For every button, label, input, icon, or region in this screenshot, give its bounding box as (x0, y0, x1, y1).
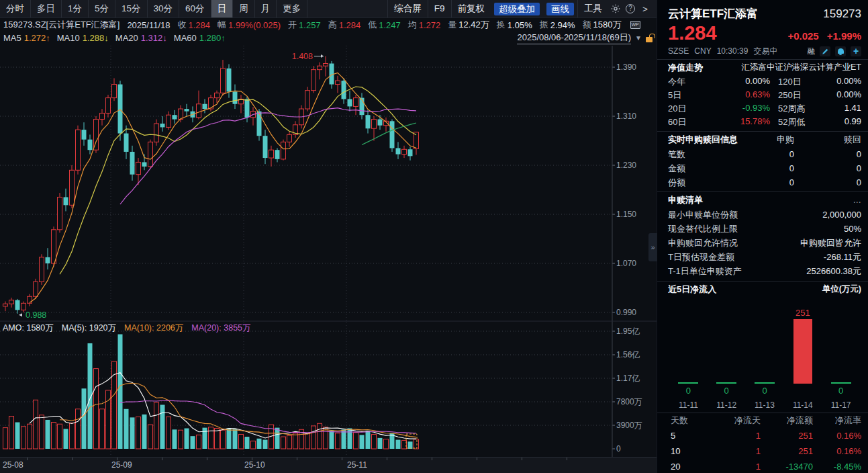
quote-field-value: 1.272 (419, 20, 441, 30)
flow-unit-label: 单位(万元) (822, 284, 861, 295)
menu-超级叠加[interactable]: 超级叠加 (494, 3, 540, 15)
tab-分时[interactable]: 分时 (0, 0, 31, 17)
nav-label: 20日 (668, 103, 686, 115)
flow-col-header: 净流率 (813, 415, 861, 427)
subscribe-col-header: 申购 (746, 134, 794, 146)
svg-text:1.310: 1.310 (616, 112, 636, 121)
quote-field-label: 均 (408, 19, 417, 31)
quote-field-振: 振2.94% (540, 19, 575, 31)
range-dropdown-icon[interactable]: ▼ (635, 34, 642, 42)
nav-pair: 120日0.00% (770, 76, 861, 88)
edit-icon[interactable] (820, 46, 830, 56)
realtime-row: 金额00 (668, 161, 861, 175)
nav-pair: 250日0.00% (770, 89, 861, 101)
help-icon[interactable]: ? (623, 4, 638, 13)
tab-30分[interactable]: 30分 (148, 0, 180, 17)
etf-code: 159273 (823, 7, 861, 21)
flow-cell: 10 (668, 446, 703, 456)
flow-table-header: 天数净流天净流额净流率 (668, 413, 861, 428)
panel-expander[interactable]: » (648, 233, 657, 261)
list-row: T日预估现金差额-268.11元 (668, 250, 861, 264)
ma-label: MA5 (3, 33, 21, 43)
flow-col-header: 天数 (668, 415, 703, 427)
quote-time: 10:30:39 (717, 46, 749, 56)
flow-cell: 1 (703, 431, 761, 441)
price-change: +0.025 (787, 30, 818, 42)
tab-60分[interactable]: 60分 (179, 0, 211, 17)
nav-label: 60日 (668, 116, 686, 128)
tab-日[interactable]: 日 (211, 0, 234, 17)
quote-field-label: 额 (583, 19, 591, 31)
nav-value: 0.00% (745, 76, 770, 88)
quote-field-value: 1.284 (339, 20, 361, 30)
more-icon[interactable]: … (853, 196, 862, 205)
list-row: 最小申赎单位份额2,000,000 (668, 208, 861, 222)
tab-更多[interactable]: 更多 (277, 0, 307, 17)
menu-综合屏[interactable]: 综合屏 (387, 0, 428, 17)
menu-画线[interactable]: 画线 (546, 3, 574, 15)
top-toolbar: 分时多日1分5分15分30分60分日周月更多 综合屏F9前复权超级叠加画线工具?… (0, 0, 657, 18)
add-watchlist-icon[interactable]: + (851, 46, 861, 56)
tab-5分[interactable]: 5分 (89, 0, 115, 17)
ma-value: 1.312↓ (141, 33, 167, 43)
wp-window-icon[interactable]: WP (630, 21, 640, 29)
quote-fields: 收1.284幅1.99%(0.025)开1.257高1.284低1.247均1.… (178, 19, 622, 31)
tab-多日[interactable]: 多日 (31, 0, 62, 17)
chevron-right-icon[interactable]: > (638, 4, 653, 14)
quote-field-label: 开 (288, 19, 297, 31)
ma-value: 1.288↓ (83, 33, 109, 43)
x-axis-tick (207, 458, 207, 460)
unlock-icon[interactable] (646, 37, 653, 42)
flow-cell: 1 (703, 446, 761, 456)
menu-工具[interactable]: 工具 (577, 0, 608, 17)
realtime-label: 金额 (668, 163, 746, 175)
x-axis[interactable]: 25-0825-0925-1025-11 (0, 457, 657, 473)
vol-ma5-label: MA(5): (62, 323, 87, 333)
nav-label: 250日 (778, 89, 802, 101)
quote-field-value: 2.94% (550, 20, 575, 30)
flow-cell: -13470 (761, 462, 813, 472)
candlestick-chart[interactable]: 1.3901.3101.2301.1501.0700.9901.95亿1.56亿… (0, 0, 657, 457)
nav-performance-row: 5日0.63%250日0.00% (668, 89, 861, 102)
nav-value: -0.93% (742, 103, 770, 115)
gear-icon[interactable] (608, 4, 623, 13)
ma-item-MA10: MA101.288↓ (57, 33, 109, 43)
quote-field-label: 收 (178, 19, 187, 31)
quote-field-value: 1580万 (593, 19, 622, 31)
flow-section-title: 近5日净流入 (668, 284, 716, 296)
quote-field-label: 振 (540, 19, 548, 31)
flow-cell: 0.16% (813, 446, 861, 456)
flow-zero-label: 0 (762, 384, 767, 398)
net-inflow-bar-chart[interactable]: 011-11011-12011-1325111-14011-17 (668, 297, 861, 413)
fund-full-name[interactable]: 汇添富中证沪港深云计算产业ET (742, 62, 861, 73)
x-axis-tick (27, 458, 28, 460)
realtime-row: 份额00 (668, 175, 861, 189)
svg-text:3900万: 3900万 (616, 421, 642, 430)
tab-1分[interactable]: 1分 (62, 0, 89, 17)
nav-performance-rows: 今年0.00%120日0.00%5日0.63%250日0.00%20日-0.93… (668, 75, 861, 129)
list-row: 现金替代比例上限50% (668, 222, 861, 236)
tab-周[interactable]: 周 (233, 0, 255, 17)
menu-F9[interactable]: F9 (428, 0, 451, 17)
svg-text:1.070: 1.070 (616, 259, 636, 268)
exchange-label: SZSE (668, 46, 689, 56)
amo-label: AMO: (3, 323, 24, 333)
nav-label: 5日 (668, 89, 681, 101)
list-value: -268.11元 (824, 251, 861, 263)
nav-pair: 52周高1.41 (770, 103, 861, 115)
list-label: 最小申赎单位份额 (668, 209, 738, 221)
list-label: 申购赎回允许情况 (668, 237, 738, 249)
flow-zero-label: 0 (686, 384, 691, 398)
date-range-selector[interactable]: 2025/08/06-2025/11/18(69日) (517, 32, 631, 44)
alert-bell-icon[interactable] (835, 46, 846, 56)
list-section-title: 申赎清单 (668, 194, 703, 206)
nav-pair: 20日-0.93% (668, 103, 770, 115)
flow-table-row: 512510.16% (668, 428, 861, 443)
period-tabs: 分时多日1分5分15分30分60分日周月更多 (0, 0, 307, 17)
menu-前复权[interactable]: 前复权 (451, 0, 491, 17)
tab-15分[interactable]: 15分 (115, 0, 148, 17)
flow-col-header: 净流额 (761, 415, 813, 427)
tab-月[interactable]: 月 (255, 0, 277, 17)
quote-side-panel: 云计算ETF汇添富 159273 1.284 +0.025 +1.99% SZS… (657, 0, 868, 473)
quote-field-均: 均1.272 (408, 19, 441, 31)
